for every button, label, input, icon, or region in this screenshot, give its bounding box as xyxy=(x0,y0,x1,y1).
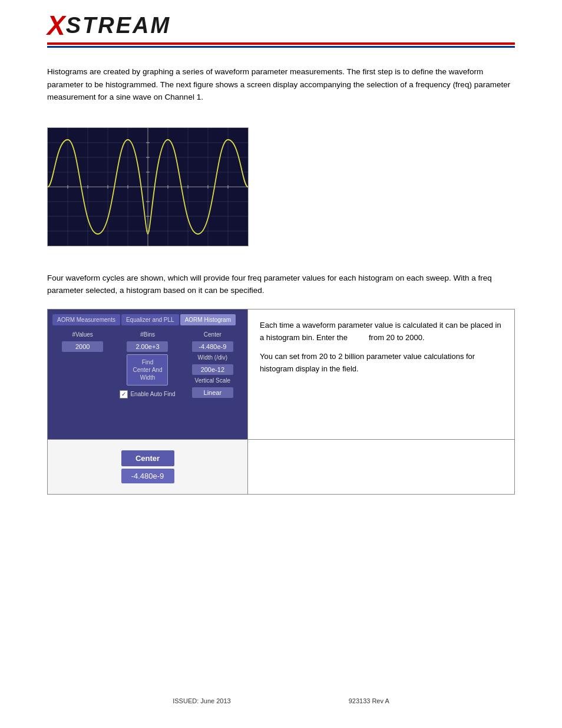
left-panel-top: AORM Measurements Equalizer and PLL AORM… xyxy=(48,309,248,439)
page: XSTREAM Histograms are created by graphi… xyxy=(0,0,562,728)
enable-autofind-checkbox[interactable]: ✓ xyxy=(120,390,128,398)
right-note: Each time a waveform parameter value is … xyxy=(260,319,503,375)
tab-aorm-histogram[interactable]: AORM Histogram xyxy=(180,314,236,325)
find-center-width-button[interactable]: Find Center And Width xyxy=(127,354,168,386)
body-text-2: Four waveform cycles are shown, which wi… xyxy=(47,272,515,297)
tab-bar: AORM Measurements Equalizer and PLL AORM… xyxy=(52,314,243,325)
header-line-red xyxy=(47,42,515,45)
waveform-svg xyxy=(48,128,248,246)
center-label: Center xyxy=(204,331,222,338)
bottom-center-value: -4.480e-9 xyxy=(121,469,174,483)
width-input[interactable] xyxy=(192,364,233,375)
bottom-right-panel xyxy=(248,439,515,494)
logo: XSTREAM xyxy=(47,12,515,39)
header-line-blue xyxy=(47,46,515,48)
tab-equalizer-pll[interactable]: Equalizer and PLL xyxy=(121,314,179,325)
vscale-input[interactable] xyxy=(192,387,233,398)
width-label: Width (/div) xyxy=(198,354,228,361)
panel-fields: #Values #Bins Find Center And Width ✓ En… xyxy=(52,331,243,398)
footer-revision: 923133 Rev A xyxy=(349,697,389,704)
header: XSTREAM xyxy=(47,12,515,48)
waveform-display xyxy=(47,127,249,246)
right-note-para1: Each time a waveform parameter value is … xyxy=(260,319,503,344)
footer-issued: ISSUED: June 2013 xyxy=(173,697,230,704)
values-column: #Values xyxy=(52,331,113,352)
bottom-center-label: Center xyxy=(121,450,174,466)
center-column: Center Width (/div) Vertical Scale xyxy=(183,331,243,398)
values-input[interactable] xyxy=(62,341,103,352)
logo-stream: STREAM xyxy=(66,14,171,37)
bins-column: #Bins Find Center And Width ✓ Enable Aut… xyxy=(117,331,177,398)
center-input[interactable] xyxy=(192,341,233,352)
intro-text: Histograms are created by graphing a ser… xyxy=(47,65,515,104)
footer: ISSUED: June 2013 923133 Rev A xyxy=(0,697,562,704)
values-label: #Values xyxy=(72,331,92,338)
bins-input[interactable] xyxy=(127,341,168,352)
main-content-table: AORM Measurements Equalizer and PLL AORM… xyxy=(47,309,515,495)
right-panel-top: Each time a waveform parameter value is … xyxy=(248,309,515,439)
tab-aorm-measurements[interactable]: AORM Measurements xyxy=(52,314,120,325)
enable-autofind-label: Enable Auto Find xyxy=(130,391,175,397)
enable-autofind-row: ✓ Enable Auto Find xyxy=(120,390,175,398)
ui-panel: AORM Measurements Equalizer and PLL AORM… xyxy=(48,309,247,439)
logo-x: X xyxy=(47,12,65,39)
logo-area: XSTREAM xyxy=(47,12,515,39)
bottom-left-panel: Center -4.480e-9 xyxy=(48,439,248,494)
right-note-para2: You can set from 20 to 2 billion paramet… xyxy=(260,350,503,375)
bins-label: #Bins xyxy=(140,331,155,338)
vscale-label: Vertical Scale xyxy=(195,377,231,384)
